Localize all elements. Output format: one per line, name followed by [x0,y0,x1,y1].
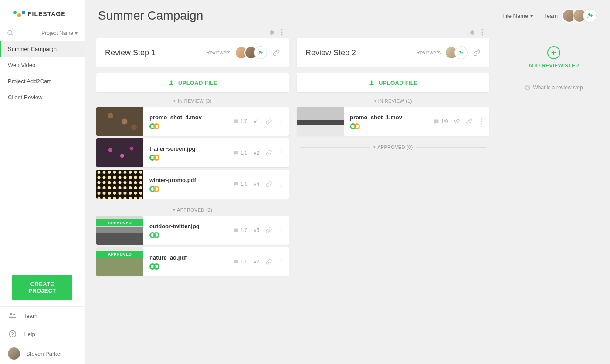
link-icon[interactable] [272,49,280,57]
link-icon[interactable] [265,118,272,125]
file-card[interactable]: winter-promo.pdf 1/0 v4 [96,170,289,199]
comment-count[interactable]: 1/0 [233,181,248,188]
help-icon [525,84,531,91]
svg-point-9 [281,34,283,36]
file-card[interactable]: promo_shot_1.mov 1/0 v2 [297,107,489,136]
create-project-button[interactable]: CREATE PROJECT [12,275,72,300]
svg-point-2 [10,313,12,315]
file-thumbnail [96,107,143,136]
more-icon[interactable] [278,118,284,125]
file-thumbnail: APPROVED [96,247,143,276]
approved-banner: APPROVED [96,251,143,258]
link-icon[interactable] [473,49,481,57]
step-header: Review Step 2 Reviewers [297,38,489,67]
logo-icon [13,11,25,17]
gear-icon[interactable] [468,29,475,36]
add-reviewer-button[interactable] [254,46,267,59]
svg-point-34 [481,123,482,125]
svg-point-17 [281,155,282,156]
file-card[interactable]: trailer-screen.jpg 1/0 v2 [96,138,289,167]
file-card[interactable]: APPROVED outdoor-twitter.jpg 1/0 v5 [96,216,289,245]
add-review-step-label: ADD REVIEW STEP [497,63,610,69]
step-header: Review Step 1 Reviewers [96,38,289,67]
link-icon[interactable] [265,258,272,265]
svg-point-29 [482,34,483,36]
file-card[interactable]: promo_shot_4.mov 1/0 v1 [96,107,289,136]
svg-line-1 [11,34,13,35]
svg-point-27 [482,29,483,30]
upload-icon [168,79,175,86]
file-card[interactable]: APPROVED nature_ad.pdf 1/0 v2 [96,247,289,276]
svg-point-21 [281,227,282,229]
step-title: Review Step 2 [305,48,416,57]
file-name: promo_shot_4.mov [149,114,227,121]
file-name: promo_shot_1.mov [350,114,427,121]
sidebar-team-link[interactable]: Team [0,307,85,325]
team-label: Team [544,13,558,19]
svg-point-30 [460,51,462,53]
sidebar-user[interactable]: Steven Parker [0,343,85,364]
add-review-step-button[interactable]: + [547,46,560,59]
more-icon[interactable] [278,181,284,187]
add-review-step-column: + ADD REVIEW STEP What is a review step [497,29,610,364]
link-icon[interactable] [265,227,272,234]
file-version: v1 [254,118,259,125]
chevron-down-icon: ▾ [373,145,376,149]
topbar: Summer Campaign File Name ▾ Team [85,0,610,29]
help-icon [8,329,17,339]
what-is-review-step-link[interactable]: What is a review step [525,84,583,91]
svg-point-13 [281,121,282,122]
add-team-member-button[interactable] [583,9,597,23]
svg-point-18 [281,181,282,182]
page-title: Summer Campaign [98,9,502,23]
more-icon[interactable] [278,227,284,233]
link-icon[interactable] [265,181,272,188]
more-icon[interactable] [278,259,284,265]
section-divider[interactable]: ▾IN REVIEW (3) [96,92,289,107]
section-divider[interactable]: ▾APPROVED (2) [96,201,289,216]
more-icon[interactable] [479,118,484,125]
section-divider[interactable]: ▾IN REVIEW (1) [297,92,489,107]
review-steps: Review Step 1 Reviewers UPLOAD FILE ▾IN … [85,29,610,364]
file-thumbnail [297,107,344,136]
more-icon[interactable] [278,150,284,156]
upload-file-button[interactable]: UPLOAD FILE [96,73,289,92]
svg-point-15 [281,150,282,151]
sidebar-item-add2cart[interactable]: Project Add2Cart [0,73,85,89]
upload-file-button[interactable]: UPLOAD FILE [297,73,489,92]
comment-count[interactable]: 1/0 [433,118,448,125]
project-name-dropdown[interactable]: Project Name ▾ [41,30,78,36]
comment-count[interactable]: 1/0 [233,259,248,265]
comment-count[interactable]: 1/0 [233,118,248,125]
svg-point-12 [281,118,282,120]
link-icon[interactable] [265,149,272,156]
add-reviewer-button[interactable] [454,46,468,59]
svg-point-33 [481,121,482,122]
link-icon[interactable] [466,118,473,125]
svg-point-19 [281,184,282,185]
sidebar: FILESTAGE Project Name ▾ Summer Campaign… [0,0,85,364]
team-icon [8,311,17,320]
gear-icon[interactable] [268,29,275,36]
chevron-down-icon: ▾ [173,208,175,212]
chevron-down-icon: ▾ [374,99,376,103]
file-thumbnail: APPROVED [96,216,143,245]
sidebar-item-summer-campaign[interactable]: Summer Campaign [0,41,85,57]
sidebar-item-web-video[interactable]: Web Video [0,57,85,73]
sidebar-help-link[interactable]: Help [0,325,85,343]
more-icon[interactable] [481,29,483,36]
comment-count[interactable]: 1/0 [233,227,248,234]
project-list: Summer Campaign Web Video Project Add2Ca… [0,41,85,269]
section-divider[interactable]: ▾APPROVED (0) [297,138,489,153]
reviewers-label: Reviewers [416,50,441,56]
svg-point-23 [281,232,282,233]
team-avatars [562,9,597,23]
filename-dropdown[interactable]: File Name ▾ [502,13,533,19]
svg-point-0 [8,30,12,34]
search-icon[interactable] [7,30,14,37]
svg-point-36 [527,89,528,89]
sidebar-item-client-review[interactable]: Client Review [0,89,85,105]
more-icon[interactable] [281,29,283,36]
comment-count[interactable]: 1/0 [233,150,248,156]
chevron-down-icon: ▾ [75,30,78,36]
